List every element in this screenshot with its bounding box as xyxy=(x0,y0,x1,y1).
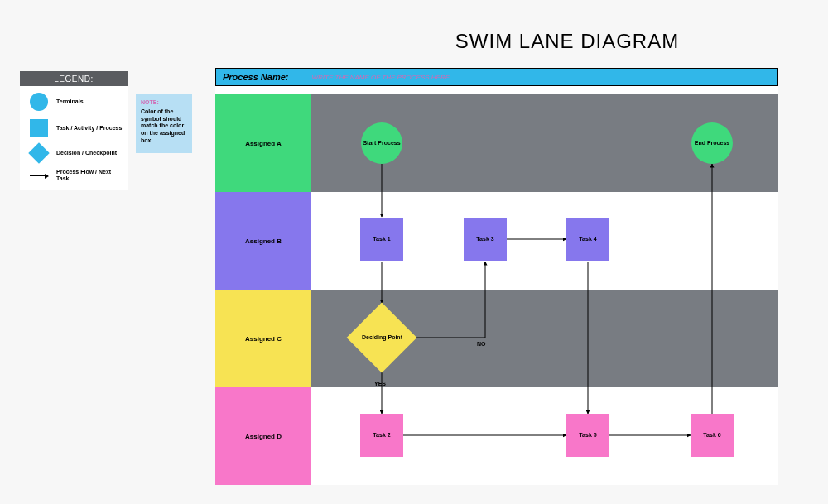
note-title: NOTE: xyxy=(141,99,187,107)
swimlane-diagram: Process Name: WRITE THE NAME OF THE PROC… xyxy=(215,68,778,485)
legend-item-flow: Process Flow / Next Task xyxy=(25,169,123,183)
edge-label-no: NO xyxy=(477,341,486,347)
arrow-icon xyxy=(30,175,48,176)
legend-item-terminal: Terminals xyxy=(25,93,123,111)
legend-item-decision: Decision / Checkpoint xyxy=(25,146,123,161)
legend-label: Task / Activity / Process xyxy=(53,125,122,132)
node-task1: Task 1 xyxy=(360,218,403,261)
legend-label: Terminals xyxy=(53,98,84,105)
process-name-label: Process Name: xyxy=(216,72,296,82)
page-title: SWIM LANE DIAGRAM xyxy=(339,30,795,53)
node-task6: Task 6 xyxy=(691,414,734,457)
diagram-overlay: Start Process End Process Task 1 Task 3 … xyxy=(311,94,778,485)
lane-a-label: Assigned A xyxy=(215,94,311,192)
node-end: End Process xyxy=(691,122,733,164)
diamond-icon xyxy=(28,142,49,163)
node-task3: Task 3 xyxy=(464,218,507,261)
legend-label: Process Flow / Next Task xyxy=(53,169,123,183)
square-icon xyxy=(30,119,48,137)
lane-d-label: Assigned D xyxy=(215,387,311,485)
node-start: Start Process xyxy=(361,122,402,164)
node-decide-label: Deciding Point xyxy=(362,334,402,341)
circle-icon xyxy=(30,93,48,111)
note-body: Color of the symbol should match the col… xyxy=(141,108,187,145)
process-header: Process Name: WRITE THE NAME OF THE PROC… xyxy=(215,68,778,86)
node-task2: Task 2 xyxy=(360,414,403,457)
lane-c-label: Assigned C xyxy=(215,290,311,387)
legend-body: Terminals Task / Activity / Process Deci… xyxy=(20,86,128,190)
process-name-placeholder: WRITE THE NAME OF THE PROCESS HERE xyxy=(296,74,450,81)
legend-item-task: Task / Activity / Process xyxy=(25,119,123,137)
node-decide: Deciding Point xyxy=(347,303,417,373)
node-task5: Task 5 xyxy=(566,414,609,457)
node-task4: Task 4 xyxy=(566,218,609,261)
lane-b-label: Assigned B xyxy=(215,192,311,290)
legend-header: LEGEND: xyxy=(20,71,128,86)
edge-label-yes: YES xyxy=(374,381,386,386)
note-box: NOTE: Color of the symbol should match t… xyxy=(136,94,192,153)
legend-label: Decision / Checkpoint xyxy=(53,150,117,156)
